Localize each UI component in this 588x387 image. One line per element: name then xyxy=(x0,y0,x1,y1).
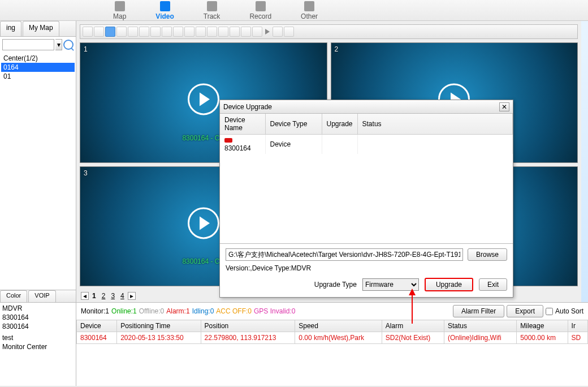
alarm-filter-button[interactable]: Alarm Filter xyxy=(453,305,504,317)
tab-ing[interactable]: ing xyxy=(0,21,21,36)
layout-1-icon[interactable] xyxy=(83,27,93,37)
dialog-titlebar[interactable]: Device Upgrade ✕ xyxy=(220,100,513,114)
device-status-icon xyxy=(224,138,232,143)
dim-icon[interactable] xyxy=(196,27,206,37)
left-sidebar: ing My Map ▾ Center(1/2) 0164 01 Color V… xyxy=(0,21,76,302)
other-icon xyxy=(304,1,314,11)
version-info: Version:,Device Type:MDVR xyxy=(226,264,507,272)
auto-sort-checkbox[interactable]: Auto Sort xyxy=(546,307,583,315)
layout-16-icon[interactable] xyxy=(150,27,161,37)
device-upgrade-dialog: Device Upgrade ✕ Device Name Device Type… xyxy=(219,100,513,298)
col-position[interactable]: Position xyxy=(201,320,295,332)
monitor-count: Monitor:1 xyxy=(81,307,109,315)
tree-item-01[interactable]: 01 xyxy=(1,72,75,81)
nav-track[interactable]: Track xyxy=(204,0,220,20)
play-circle-icon[interactable] xyxy=(188,84,219,115)
track-icon xyxy=(207,1,217,11)
page-1[interactable]: 1 xyxy=(90,292,98,300)
idling-count: Idling:0 xyxy=(192,307,214,315)
col-status[interactable]: Status xyxy=(444,320,516,332)
page-4[interactable]: 4 xyxy=(118,292,127,300)
dialog-device-grid: Device Name Device Type Upgrade Status 8… xyxy=(220,114,513,244)
layout-4-icon[interactable] xyxy=(105,27,115,37)
search-input[interactable] xyxy=(2,39,54,50)
list-item[interactable]: MDVR xyxy=(1,304,75,313)
map-strip xyxy=(581,21,588,302)
stop-icon[interactable] xyxy=(273,27,283,37)
search-dropdown[interactable]: ▾ xyxy=(55,39,62,50)
col-upgrade[interactable]: Upgrade xyxy=(322,114,357,135)
tab-color[interactable]: Color xyxy=(0,290,27,302)
accoff-count: ACC OFF:0 xyxy=(216,307,252,315)
col-speed[interactable]: Speed xyxy=(295,320,382,332)
col-device[interactable]: Device xyxy=(77,320,117,332)
fullscreen-icon[interactable] xyxy=(284,27,294,37)
annotation-arrow xyxy=(412,290,413,324)
exit-button[interactable]: Exit xyxy=(479,278,507,291)
upgrade-type-label: Upgrade Type xyxy=(314,281,357,289)
nav-record[interactable]: Record xyxy=(249,0,271,20)
layout-100-icon[interactable] xyxy=(184,27,194,37)
layout-6-icon[interactable] xyxy=(116,27,127,37)
page-2[interactable]: 2 xyxy=(100,292,108,300)
layout-8-icon[interactable] xyxy=(128,27,138,37)
tab-voip[interactable]: VOIP xyxy=(28,290,55,302)
layout-2-icon[interactable] xyxy=(94,27,104,37)
upgrade-button[interactable]: Upgrade xyxy=(425,278,473,291)
gpsinvalid-count: GPS Invalid:0 xyxy=(254,307,295,315)
alarm-count: Alarm:1 xyxy=(166,307,189,315)
firmware-path-input[interactable] xyxy=(226,248,463,261)
nav-video[interactable]: Video xyxy=(155,0,174,20)
offline-count: Offline:0 xyxy=(139,307,165,315)
search-icon[interactable] xyxy=(63,40,74,50)
tree-root[interactable]: Center(1/2) xyxy=(1,54,75,63)
device-tree: Center(1/2) 0164 01 xyxy=(0,53,76,290)
table-row[interactable]: 8300164 Device xyxy=(220,135,513,154)
dialog-title: Device Upgrade xyxy=(223,103,272,111)
map-icon xyxy=(115,1,125,11)
pager-prev-icon[interactable]: ◂ xyxy=(81,292,89,300)
col-time[interactable]: Positioning Time xyxy=(117,320,201,332)
page-3[interactable]: 3 xyxy=(109,292,117,300)
list-item[interactable]: 8300164 xyxy=(1,322,75,331)
col-device-type[interactable]: Device Type xyxy=(265,114,322,135)
col-ir[interactable]: Ir xyxy=(568,320,587,332)
table-row[interactable]: 8300164 2020-05-13 15:33:50 22.579800, 1… xyxy=(77,332,588,344)
camera-toggle-icon[interactable] xyxy=(218,27,228,37)
video-toolbar xyxy=(80,24,578,39)
minus-icon[interactable] xyxy=(207,27,217,37)
pager-next-icon[interactable]: ▸ xyxy=(128,292,136,300)
status-table: Device Positioning Time Position Speed A… xyxy=(76,320,588,344)
col-alarm[interactable]: Alarm xyxy=(382,320,444,332)
play-icon[interactable] xyxy=(265,29,270,35)
tree-item-0164[interactable]: 0164 xyxy=(1,63,75,72)
nav-map[interactable]: Map xyxy=(113,0,126,20)
video-icon xyxy=(160,1,170,11)
list-item[interactable]: Monitor Center xyxy=(1,342,75,351)
window-icon[interactable] xyxy=(230,27,240,37)
monitor-summary: Monitor:1 Online:1 Offline:0 Alarm:1 Idl… xyxy=(76,303,588,320)
snapshot-icon[interactable] xyxy=(241,27,251,37)
volume-icon[interactable] xyxy=(252,27,262,37)
tab-mymap[interactable]: My Map xyxy=(23,21,59,36)
layout-36-icon[interactable] xyxy=(162,27,172,37)
nav-other[interactable]: Other xyxy=(301,0,318,20)
browse-button[interactable]: Browse xyxy=(468,248,507,261)
col-device-name[interactable]: Device Name xyxy=(220,114,265,135)
online-count: Online:1 xyxy=(111,307,137,315)
list-item[interactable]: 8300164 xyxy=(1,313,75,322)
col-mileage[interactable]: Mileage xyxy=(517,320,568,332)
list-item[interactable]: test xyxy=(1,333,75,342)
close-icon[interactable]: ✕ xyxy=(499,102,509,111)
top-nav: Map Video Track Record Other xyxy=(0,0,588,21)
col-status[interactable]: Status xyxy=(357,114,512,135)
layout-9-icon[interactable] xyxy=(139,27,149,37)
layout-64-icon[interactable] xyxy=(173,27,183,37)
export-button[interactable]: Export xyxy=(507,305,543,317)
status-left-list: MDVR 8300164 8300164 test Monitor Center xyxy=(0,303,76,386)
play-circle-icon[interactable] xyxy=(188,207,219,239)
record-icon xyxy=(256,1,266,11)
